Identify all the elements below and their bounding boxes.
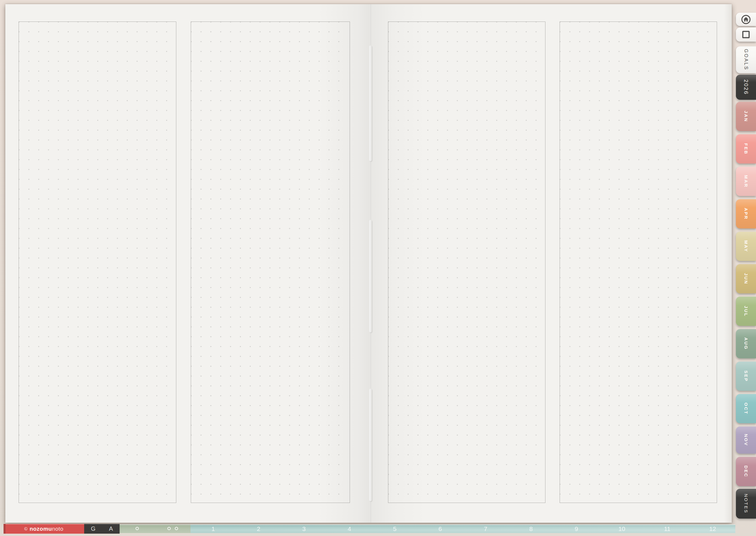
tab-goals[interactable]: GOALS <box>736 46 756 73</box>
planner-spread <box>5 4 732 523</box>
month-page-link-12[interactable]: 12 <box>690 524 735 533</box>
footer-link-g[interactable]: G <box>91 525 96 532</box>
brand-ring-icon[interactable] <box>175 527 178 530</box>
tab-label: JUL <box>743 306 749 317</box>
tab-oct[interactable]: OCT <box>736 394 756 423</box>
dot-grid <box>388 22 540 498</box>
month-page-link-6[interactable]: 6 <box>418 524 463 533</box>
tab-label: JAN <box>743 111 749 122</box>
note-panel-left-outer[interactable] <box>18 21 176 503</box>
tab-label: APR <box>743 208 749 220</box>
page-edge-shading <box>724 4 732 523</box>
month-page-link-11[interactable]: 11 <box>645 524 690 533</box>
tab-label: DEC <box>743 465 749 478</box>
dot-grid <box>191 22 345 498</box>
tab-sep[interactable]: SEP <box>736 361 756 391</box>
tab-mar[interactable]: MAR <box>736 167 756 196</box>
square-icon <box>741 30 750 39</box>
tab-label: GOALS <box>743 49 749 71</box>
copyright-symbol: © <box>24 526 27 531</box>
tab-apr[interactable]: APR <box>736 199 756 228</box>
tab-2026[interactable]: 2026 <box>736 75 756 100</box>
brand-name-light: noto <box>52 526 63 532</box>
month-page-link-5[interactable]: 5 <box>372 524 418 533</box>
tab-label: OCT <box>743 403 749 415</box>
tab-nov[interactable]: NOV <box>736 426 756 453</box>
month-page-link-1[interactable]: 1 <box>190 524 236 533</box>
tab-notes[interactable]: NOTES <box>736 489 756 519</box>
tab-label: FEB <box>743 143 749 155</box>
note-panel-right-outer[interactable] <box>560 21 717 503</box>
dot-grid <box>560 22 712 498</box>
month-page-link-8[interactable]: 8 <box>508 524 554 533</box>
tab-may[interactable]: MAY <box>736 232 756 261</box>
spine-binding-segment <box>369 220 372 332</box>
tab-label: MAR <box>743 175 749 188</box>
tab-jul[interactable]: JUL <box>736 297 756 326</box>
home-icon <box>741 15 751 24</box>
cover-tab[interactable] <box>736 27 756 42</box>
brand-name-bold: nozomu <box>29 526 52 532</box>
footer-link-a[interactable]: A <box>109 525 113 532</box>
month-page-link-2[interactable]: 2 <box>236 524 281 533</box>
month-page-link-4[interactable]: 4 <box>326 524 372 533</box>
tab-jan[interactable]: JAN <box>736 102 756 131</box>
month-page-link-10[interactable]: 10 <box>599 524 645 533</box>
ribbon-fold <box>4 524 6 534</box>
tab-jun[interactable]: JUN <box>736 264 756 293</box>
tab-label: JUN <box>743 273 749 285</box>
tab-label: SEP <box>743 370 749 382</box>
home-tab[interactable] <box>736 13 756 26</box>
footer-letter-links: G A <box>84 524 120 534</box>
month-page-link-9[interactable]: 9 <box>554 524 599 533</box>
tab-label: MAY <box>743 240 749 252</box>
month-page-link-3[interactable]: 3 <box>281 524 327 533</box>
brand-ring-icon[interactable] <box>167 527 171 530</box>
brand-ring-icon[interactable] <box>136 527 139 530</box>
brand-copyright: © nozomu noto <box>4 524 84 534</box>
tab-feb[interactable]: FEB <box>736 134 756 163</box>
tab-label: AUG <box>743 337 749 350</box>
spine-binding-segment <box>369 389 372 501</box>
note-panel-right-inner[interactable] <box>388 21 545 503</box>
tab-aug[interactable]: AUG <box>736 329 756 358</box>
footer-bar: © nozomu noto G A 1 2 3 4 5 6 7 8 9 10 1… <box>4 524 735 536</box>
tab-label: NOTES <box>743 494 749 514</box>
tab-label: NOV <box>743 434 749 446</box>
tab-dec[interactable]: DEC <box>736 457 756 486</box>
month-number-strip: 1 2 3 4 5 6 7 8 9 10 11 12 <box>190 524 735 533</box>
month-page-link-7[interactable]: 7 <box>463 524 508 533</box>
note-panel-left-inner[interactable] <box>191 21 350 503</box>
spine-binding-segment <box>369 46 372 161</box>
planner-app: © nozomu noto G A 1 2 3 4 5 6 7 8 9 10 1… <box>0 0 756 536</box>
footer-ring-links <box>120 524 190 533</box>
tab-label: 2026 <box>743 80 749 95</box>
dot-grid <box>19 22 171 498</box>
